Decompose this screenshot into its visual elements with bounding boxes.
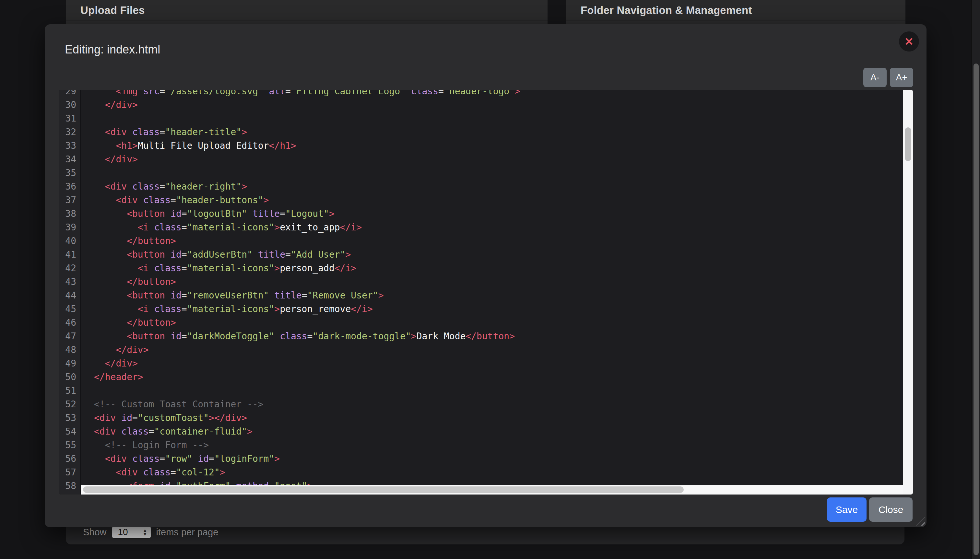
code-line: <!-- Login Form -->	[94, 438, 903, 452]
select-stepper-icon: ▲▼	[142, 529, 151, 536]
items-per-page-value: 10	[112, 527, 142, 537]
modal-close-button[interactable]: ✕	[899, 31, 919, 51]
modal-title: Editing: index.html	[65, 43, 160, 56]
folder-navigation-title: Folder Navigation & Management	[566, 4, 752, 17]
show-label: Show	[83, 527, 107, 538]
code-line: <div class="header-right">	[94, 180, 903, 194]
upload-files-panel: Upload Files	[66, 0, 548, 24]
code-line	[94, 112, 903, 126]
code-line: <!-- Custom Toast Container -->	[94, 398, 903, 411]
code-line: <button id="addUserBtn" title="Add User"…	[94, 248, 903, 261]
code-line: </div>	[94, 98, 903, 112]
line-number: 47	[59, 329, 80, 343]
line-numbers: 2930313233343536373839404142434445464748…	[59, 90, 80, 493]
editor-vertical-scrollbar-thumb[interactable]	[905, 127, 911, 161]
line-number: 48	[59, 343, 80, 357]
line-number: 51	[59, 384, 80, 398]
page-scrollbar-thumb[interactable]	[973, 63, 979, 555]
line-number: 53	[59, 411, 80, 425]
page-scrollbar[interactable]	[971, 0, 980, 559]
close-icon: ✕	[904, 35, 914, 48]
code-line	[94, 384, 903, 398]
code-content: <img src="/assets/logo.svg" alt="Filing …	[81, 90, 903, 485]
code-line: <div id="customToast"></div>	[94, 411, 903, 425]
line-number: 55	[59, 438, 80, 452]
line-number: 52	[59, 398, 80, 411]
code-line: <div class="container-fluid">	[94, 425, 903, 438]
code-line: <div class="col-12">	[94, 466, 903, 479]
upload-files-title: Upload Files	[66, 4, 145, 17]
code-line: <img src="/assets/logo.svg" alt="Filing …	[94, 90, 903, 98]
editor-vertical-scrollbar[interactable]	[903, 90, 913, 495]
editor-horizontal-scrollbar[interactable]	[81, 485, 903, 495]
line-number: 41	[59, 248, 80, 261]
code-line: <form id="authForm" method="post">	[94, 479, 903, 485]
code-editor[interactable]: 2930313233343536373839404142434445464748…	[59, 90, 913, 495]
code-line: </button>	[94, 275, 903, 289]
code-line: </div>	[94, 153, 903, 166]
code-line: <button id="logoutBtn" title="Logout">	[94, 207, 903, 221]
line-number: 38	[59, 207, 80, 221]
folder-navigation-panel-header: Folder Navigation & Management	[566, 0, 906, 21]
folder-navigation-panel: Folder Navigation & Management	[566, 0, 906, 24]
code-line: </div>	[94, 357, 903, 370]
code-line: <button id="darkModeToggle" class="dark-…	[94, 329, 903, 343]
code-line: <i class="material-icons">person_remove<…	[94, 303, 903, 316]
code-line: <div class="row" id="loginForm">	[94, 452, 903, 466]
line-number: 40	[59, 234, 80, 248]
line-number: 54	[59, 425, 80, 438]
line-number: 57	[59, 466, 80, 479]
line-number: 49	[59, 357, 80, 370]
code-line	[94, 166, 903, 180]
save-button[interactable]: Save	[827, 498, 867, 522]
code-line: <div class="header-buttons">	[94, 194, 903, 207]
code-line: </button>	[94, 316, 903, 329]
code-line: <i class="material-icons">exit_to_app</i…	[94, 221, 903, 234]
line-number: 42	[59, 261, 80, 275]
upload-files-panel-header: Upload Files	[66, 0, 548, 21]
line-number: 31	[59, 112, 80, 126]
code-line: <i class="material-icons">person_add</i>	[94, 261, 903, 275]
line-number: 43	[59, 275, 80, 289]
line-number: 35	[59, 166, 80, 180]
line-number: 44	[59, 289, 80, 303]
line-number: 30	[59, 98, 80, 112]
modal-resize-grip[interactable]	[917, 517, 925, 526]
line-number: 45	[59, 303, 80, 316]
line-number: 58	[59, 479, 80, 493]
line-number: 29	[59, 90, 80, 98]
code-line: </button>	[94, 234, 903, 248]
line-number: 34	[59, 153, 80, 166]
line-number: 33	[59, 139, 80, 153]
pagination-row: Show 10 ▲▼ items per page	[83, 526, 218, 539]
line-number: 39	[59, 221, 80, 234]
line-number: 32	[59, 126, 80, 139]
code-line: </header>	[94, 370, 903, 384]
font-decrease-button[interactable]: A-	[863, 68, 887, 87]
font-increase-button[interactable]: A+	[890, 68, 913, 87]
line-number: 46	[59, 316, 80, 329]
line-number: 56	[59, 452, 80, 466]
line-number-gutter: 2930313233343536373839404142434445464748…	[59, 90, 81, 495]
editor-horizontal-scrollbar-thumb[interactable]	[83, 486, 684, 493]
code-line: </div>	[94, 343, 903, 357]
code-line: <h1>Multi File Upload Editor</h1>	[94, 139, 903, 153]
items-per-page-select[interactable]: 10 ▲▼	[112, 526, 151, 538]
items-per-page-label: items per page	[156, 527, 219, 538]
code-line: <button id="removeUserBtn" title="Remove…	[94, 289, 903, 303]
line-number: 50	[59, 370, 80, 384]
code-viewport[interactable]: <img src="/assets/logo.svg" alt="Filing …	[81, 90, 903, 485]
close-button[interactable]: Close	[869, 498, 912, 522]
line-number: 36	[59, 180, 80, 194]
code-line: <div class="header-title">	[94, 126, 903, 139]
edit-file-modal: Editing: index.html ✕ A- A+ 293031323334…	[45, 24, 927, 527]
line-number: 37	[59, 194, 80, 207]
